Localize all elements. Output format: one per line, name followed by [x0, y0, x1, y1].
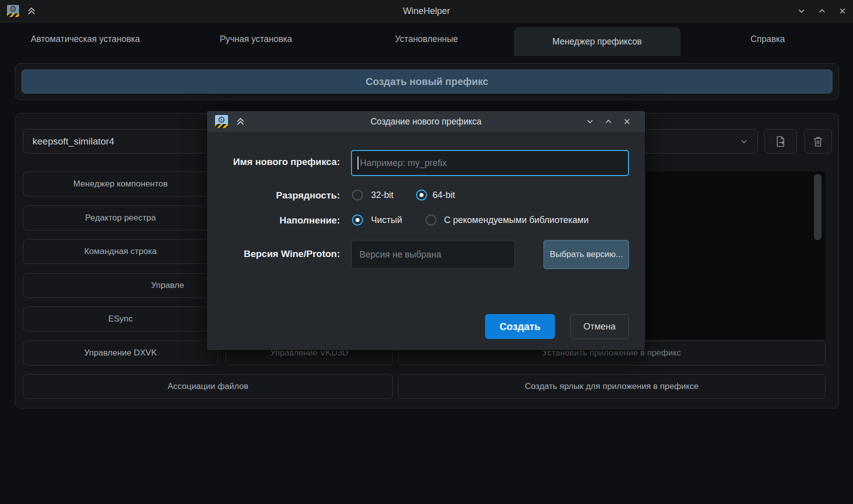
cancel-button[interactable]: Отмена: [570, 314, 629, 339]
wine-version-label: Версия Wine/Proton:: [217, 248, 340, 260]
dxvk-button[interactable]: Управление DXVK: [23, 340, 218, 366]
radio-clean-label[interactable]: Чистый: [371, 214, 402, 226]
registry-editor-button[interactable]: Редактор реестра: [23, 206, 218, 230]
chevron-down-icon: [798, 7, 806, 15]
dialog-title: Создание нового префикса: [207, 111, 645, 132]
radio-64bit[interactable]: [416, 190, 427, 200]
fill-label: Наполнение:: [217, 215, 340, 226]
window-minimize-button[interactable]: [798, 7, 806, 15]
file-associations-button[interactable]: Ассоциации файлов: [23, 374, 393, 399]
tab-help[interactable]: Справка: [682, 22, 853, 56]
window-close-button[interactable]: [838, 7, 846, 15]
trash-icon: [812, 135, 824, 148]
radio-clean[interactable]: [352, 214, 363, 226]
prefix-select-value: keepsoft_similator4: [32, 136, 114, 147]
export-prefix-button[interactable]: [764, 129, 797, 154]
create-prefix-dialog: ⚙ Создание нового префикса: [207, 111, 645, 350]
window-title: WineHelper: [0, 0, 853, 22]
prefix-name-input[interactable]: [351, 150, 629, 176]
radio-64bit-label[interactable]: 64-bit: [432, 190, 455, 200]
choose-version-button[interactable]: Выбрать версию...: [544, 240, 629, 269]
prefix-name-label: Имя нового префикса:: [217, 156, 340, 168]
window-maximize-button[interactable]: [818, 7, 826, 15]
text-caret: [358, 156, 358, 170]
create-shortcut-button[interactable]: Создать ярлык для приложения в префиксе: [398, 374, 826, 399]
components-manager-button[interactable]: Менеджер компонентов: [23, 172, 218, 196]
chevron-up-icon: [604, 118, 612, 126]
arch-label: Разрядность:: [217, 190, 340, 201]
tab-bar: Автоматическая установка Ручная установк…: [0, 22, 853, 56]
dialog-titlebar: ⚙ Создание нового префикса: [207, 111, 645, 132]
esync-button[interactable]: ESync: [23, 306, 218, 332]
list-scrollbar[interactable]: [814, 174, 822, 240]
create-prefix-panel: Создать новый префикс: [15, 63, 839, 100]
dialog-maximize-button[interactable]: [604, 118, 612, 126]
chevron-down-icon: [740, 137, 748, 146]
chevron-up-icon: [818, 7, 826, 15]
command-line-button[interactable]: Командная строка: [23, 239, 218, 264]
document-export-icon: [774, 135, 787, 148]
wine-version-field[interactable]: [351, 240, 515, 269]
create-new-prefix-button[interactable]: Создать новый префикс: [22, 70, 832, 94]
radio-recommended-libs-label[interactable]: С рекомендуемыми библиотеками: [444, 214, 588, 226]
radio-32bit[interactable]: [352, 190, 363, 200]
dialog-minimize-button[interactable]: [586, 118, 594, 126]
delete-prefix-button[interactable]: [804, 129, 832, 154]
radio-32bit-label[interactable]: 32-bit: [371, 190, 394, 200]
winehelper-window: ⚙ WineHelper Автомат: [0, 0, 853, 504]
tab-installed[interactable]: Установленные: [341, 22, 512, 56]
tab-auto-install[interactable]: Автоматическая установка: [0, 22, 170, 56]
main-titlebar: ⚙ WineHelper: [0, 0, 853, 22]
close-icon: [623, 118, 631, 126]
chevron-down-icon: [586, 118, 594, 126]
close-icon: [838, 7, 846, 15]
create-button[interactable]: Создать: [485, 314, 555, 339]
tab-manual-install[interactable]: Ручная установка: [170, 22, 341, 56]
radio-recommended-libs[interactable]: [426, 214, 436, 226]
dialog-close-button[interactable]: [623, 118, 631, 126]
tab-prefix-manager[interactable]: Менеджер префиксов: [514, 27, 680, 56]
